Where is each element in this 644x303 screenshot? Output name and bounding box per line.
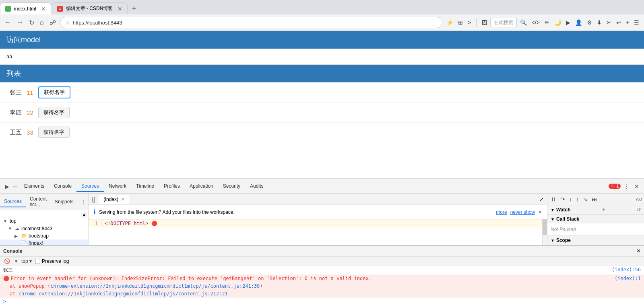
content-section-1: aa (0, 49, 644, 65)
forward-button[interactable]: → (15, 17, 25, 28)
back-button[interactable]: ← (3, 17, 13, 28)
section-header-1: 访问model (0, 31, 644, 49)
url-text: https://localhost:8443 (73, 20, 438, 26)
list-item-name-0: 张三 (10, 89, 22, 96)
new-tab-button[interactable]: + (128, 2, 139, 14)
list-item-num-1: 22 (27, 109, 33, 116)
tab-label-csdn: 编辑文章 - CSDN博客 (66, 5, 113, 12)
get-name-button-1[interactable]: 获得名字 (38, 107, 70, 118)
page-content: 访问model aa 列表 张三 11 获得名字 李四 22 获得名字 王五 3… (0, 31, 644, 179)
download-icon[interactable]: ⬇ (595, 18, 603, 27)
devtools: ▶ ▭ Elements Console Sources Network Tim… (0, 178, 644, 179)
list-item-name-2: 王五 (10, 129, 22, 136)
browser-toolbar: ⚡ ⊞ > 🖼 在此搜索 🔍 </> ✏ 🌙 ▶ 👤 ⚙ ⬇ ✂ ↩ + ☰ (445, 18, 641, 27)
search-bar[interactable]: 在此搜索 (490, 18, 517, 27)
tab-close-csdn[interactable]: ✕ (118, 6, 122, 12)
lightning-icon[interactable]: ⚡ (445, 18, 455, 27)
moon-icon[interactable]: 🌙 (553, 18, 563, 27)
avatar-icon[interactable]: 👤 (574, 18, 584, 27)
pen-icon[interactable]: ✏ (543, 18, 551, 27)
tab-bar: index.html ✕ C 编辑文章 - CSDN博客 ✕ + (0, 0, 644, 14)
list-item-num-0: 11 (27, 89, 33, 96)
tab-favicon-index (5, 6, 11, 12)
list-item: 王五 33 获得名字 (0, 123, 644, 142)
list-item-name-1: 李四 (10, 109, 22, 117)
menu-icon[interactable]: ☰ (632, 18, 641, 27)
search-placeholder: 在此搜索 (494, 19, 513, 26)
list-item-num-2: 33 (27, 129, 33, 136)
reload-button[interactable]: ↻ (27, 17, 36, 28)
image-search-icon[interactable]: 🖼 (480, 18, 489, 27)
tab-index[interactable]: index.html ✕ (0, 2, 51, 14)
tab-label-index: index.html (14, 6, 36, 12)
tab-csdn[interactable]: C 编辑文章 - CSDN博客 ✕ (52, 2, 128, 14)
add-icon[interactable]: + (624, 18, 631, 27)
content-text-1: aa (6, 53, 12, 59)
list-section: 张三 11 获得名字 李四 22 获得名字 王五 33 获得名字 (0, 82, 644, 142)
play-icon[interactable]: ▶ (564, 18, 572, 27)
list-item: 李四 22 获得名字 (0, 103, 644, 123)
get-name-button-2[interactable]: 获得名字 (38, 127, 70, 138)
section-header-2-text: 列表 (6, 70, 21, 78)
browser-chrome: index.html ✕ C 编辑文章 - CSDN博客 ✕ + ← → ↻ ⌂… (0, 0, 644, 31)
section-header-2: 列表 (0, 65, 644, 82)
expand-icon[interactable]: > (466, 18, 473, 27)
code-icon[interactable]: </> (530, 18, 541, 27)
star-icon: ☆ (65, 19, 70, 26)
tab-switch-button[interactable]: ☍ (48, 17, 58, 28)
settings-icon[interactable]: ⚙ (585, 18, 594, 27)
url-bar[interactable]: ☆ https://localhost:8443 (60, 17, 443, 28)
address-bar: ← → ↻ ⌂ ☍ ☆ https://localhost:8443 ⚡ ⊞ >… (0, 14, 644, 31)
tab-close-index[interactable]: ✕ (41, 6, 46, 12)
apps-icon[interactable]: ⊞ (456, 18, 464, 27)
undo-icon[interactable]: ↩ (615, 18, 623, 27)
section-header-1-text: 访问model (6, 36, 41, 44)
cut-icon[interactable]: ✂ (605, 18, 613, 27)
browser-search-icon[interactable]: 🔍 (518, 18, 528, 27)
tab-favicon-csdn: C (57, 6, 63, 12)
list-item: 张三 11 获得名字 (0, 82, 644, 103)
get-name-button-0[interactable]: 获得名字 (38, 86, 70, 98)
home-button[interactable]: ⌂ (38, 17, 45, 28)
